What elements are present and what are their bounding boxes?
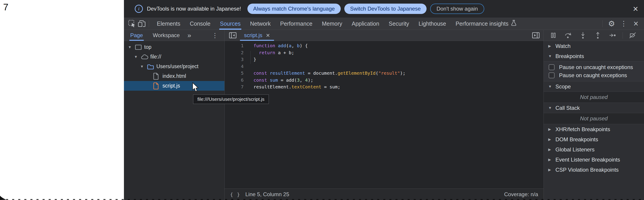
checkbox-row-pause-on-caught-exceptions[interactable]: Pause on caught exceptions bbox=[544, 71, 644, 79]
file-tab-scriptjs[interactable]: script.js × bbox=[239, 30, 275, 41]
toolbar-divider bbox=[622, 32, 623, 39]
code-line: 6const sum = add(3, 4); bbox=[225, 77, 544, 84]
section-header-breakpoints[interactable]: ▼Breakpoints bbox=[544, 51, 644, 61]
section-label: DOM Breakpoints bbox=[556, 136, 598, 143]
checkbox-unchecked[interactable] bbox=[549, 72, 554, 78]
tree-item-index-html[interactable]: index.html bbox=[124, 71, 224, 81]
section-header-xhr-fetch-breakpoints[interactable]: ▶XHR/fetch Breakpoints bbox=[544, 124, 644, 134]
checkbox-unchecked[interactable] bbox=[549, 64, 554, 70]
tab-elements[interactable]: Elements bbox=[152, 17, 185, 30]
line-number: 5 bbox=[225, 70, 249, 77]
step-icon[interactable] bbox=[608, 30, 618, 40]
tab-performance-insights[interactable]: Performance insights bbox=[451, 17, 522, 30]
dashed-line bbox=[0, 199, 644, 200]
cloud-icon bbox=[141, 54, 150, 60]
pretty-print-icon[interactable]: { } bbox=[230, 192, 240, 197]
code-editor[interactable]: 1function add(a, b) {2 return a + b;3}45… bbox=[225, 41, 544, 189]
code-text: return a + b; bbox=[249, 49, 294, 56]
expanded-arrow-icon[interactable]: ▼ bbox=[134, 55, 141, 59]
folder-icon bbox=[147, 63, 156, 70]
tab-label: Console bbox=[190, 20, 210, 27]
banner-button-switch-devtools-to-japanese[interactable]: Switch DevTools to Japanese bbox=[344, 3, 427, 14]
tab-label: Lighthouse bbox=[418, 20, 446, 27]
debugger-sections: ▶Watch▼BreakpointsPause on uncaught exce… bbox=[544, 41, 644, 175]
section-header-scope[interactable]: ▼Scope bbox=[544, 81, 644, 92]
tree-item-label: top bbox=[144, 44, 152, 50]
tab-console[interactable]: Console bbox=[185, 17, 215, 30]
section-header-event-listener-breakpoints[interactable]: ▶Event Listener Breakpoints bbox=[544, 155, 644, 165]
section-label: CSP Violation Breakpoints bbox=[556, 167, 619, 173]
tree-item-file-[interactable]: ▼file:// bbox=[124, 52, 224, 62]
main-tabs: ElementsConsoleSourcesNetworkPerformance… bbox=[152, 17, 522, 30]
code-line: 5const resultElement = document.getEleme… bbox=[225, 70, 544, 77]
banner-button-don-t-show-again[interactable]: Don't show again bbox=[430, 3, 484, 14]
code-line: 2 return a + b; bbox=[225, 49, 544, 56]
line-number: 7 bbox=[225, 83, 249, 90]
tab-network[interactable]: Network bbox=[246, 17, 276, 30]
hide-debugger-icon[interactable] bbox=[531, 30, 541, 40]
navigator-tab-page[interactable]: Page bbox=[130, 30, 143, 41]
file-tab-close-icon[interactable]: × bbox=[266, 32, 270, 39]
debugger-sidebar: ▶Watch▼BreakpointsPause on uncaught exce… bbox=[544, 30, 644, 200]
tab-label: Network bbox=[250, 20, 271, 27]
devtools-close-icon[interactable]: × bbox=[631, 19, 641, 28]
toolbar-divider bbox=[602, 20, 602, 27]
line-number: 1 bbox=[225, 42, 249, 49]
tab-lighthouse[interactable]: Lighthouse bbox=[414, 17, 451, 30]
section-header-call-stack[interactable]: ▼Call Stack bbox=[544, 103, 644, 113]
tab-label: Performance insights bbox=[456, 20, 508, 27]
tab-memory[interactable]: Memory bbox=[317, 17, 347, 30]
navigator-tab-workspace[interactable]: Workspace bbox=[153, 30, 180, 41]
language-banner: i DevTools is now available in Japanese!… bbox=[124, 0, 644, 17]
tab-performance[interactable]: Performance bbox=[275, 17, 317, 30]
section-label: Breakpoints bbox=[556, 53, 584, 59]
tab-security[interactable]: Security bbox=[384, 17, 414, 30]
step-into-icon[interactable] bbox=[578, 30, 588, 40]
more-tabs-icon[interactable]: » bbox=[188, 31, 191, 39]
tab-label: Memory bbox=[322, 20, 342, 27]
code-line: 1function add(a, b) { bbox=[225, 42, 544, 49]
navigator-menu-icon[interactable]: ⋮ bbox=[210, 30, 220, 40]
hide-navigator-icon[interactable] bbox=[228, 30, 238, 40]
pause-script-icon[interactable] bbox=[548, 30, 558, 40]
section-header-global-listeners[interactable]: ▶Global Listeners bbox=[544, 144, 644, 155]
kebab-menu-icon[interactable]: ⋮ bbox=[619, 19, 629, 28]
breakpoints-options: Pause on uncaught exceptionsPause on cau… bbox=[544, 61, 644, 81]
expanded-arrow-icon[interactable]: ▼ bbox=[128, 45, 135, 49]
file-js-icon bbox=[153, 82, 162, 90]
inspect-element-icon[interactable] bbox=[127, 19, 137, 28]
code-line: 7resultElement.textContent = sum; bbox=[225, 83, 544, 90]
device-toolbar-icon[interactable] bbox=[137, 19, 147, 28]
section-header-watch[interactable]: ▶Watch bbox=[544, 41, 644, 51]
tab-sources[interactable]: Sources bbox=[215, 17, 246, 30]
deactivate-breakpoints-icon[interactable] bbox=[628, 30, 638, 40]
navigator-pane: PageWorkspace » ⋮ ▼top▼file://▼Users/use… bbox=[124, 30, 225, 200]
expanded-arrow-icon[interactable]: ▼ bbox=[140, 65, 147, 69]
checkbox-row-pause-on-uncaught-exceptions[interactable]: Pause on uncaught exceptions bbox=[544, 63, 644, 71]
file-html-icon bbox=[153, 73, 162, 80]
corner-cursor-shape bbox=[0, 196, 7, 200]
settings-gear-icon[interactable]: ⚙ bbox=[606, 19, 616, 28]
tab-application[interactable]: Application bbox=[347, 17, 384, 30]
not-paused-status: Not paused bbox=[544, 113, 644, 124]
step-out-icon[interactable] bbox=[593, 30, 603, 40]
tree-item-users-user-project[interactable]: ▼Users/user/project bbox=[124, 62, 224, 71]
tree-item-top[interactable]: ▼top bbox=[124, 42, 224, 52]
section-header-csp-violation-breakpoints[interactable]: ▶CSP Violation Breakpoints bbox=[544, 165, 644, 175]
frame-icon bbox=[135, 44, 144, 51]
tab-label: Performance bbox=[280, 20, 312, 27]
screenshot-canvas: 7 i DevTools is now available in Japanes… bbox=[0, 0, 644, 200]
code-line: 4 bbox=[225, 63, 544, 70]
code-text bbox=[249, 63, 254, 70]
page-number-label: 7 bbox=[3, 2, 8, 12]
banner-close-icon[interactable]: × bbox=[633, 4, 638, 13]
banner-button-always-match-chrome-s-language[interactable]: Always match Chrome's language bbox=[248, 3, 341, 14]
tree-item-script-js[interactable]: script.js bbox=[124, 81, 224, 91]
step-over-icon[interactable] bbox=[563, 30, 573, 40]
checkbox-label: Pause on uncaught exceptions bbox=[559, 64, 633, 70]
navigator-toolbar: PageWorkspace » ⋮ bbox=[124, 30, 224, 41]
info-icon: i bbox=[135, 5, 143, 13]
section-label: Global Listeners bbox=[556, 147, 594, 153]
section-header-dom-breakpoints[interactable]: ▶DOM Breakpoints bbox=[544, 134, 644, 144]
editor-statusbar: { } Line 5, Column 25 Coverage: n/a bbox=[225, 189, 544, 200]
